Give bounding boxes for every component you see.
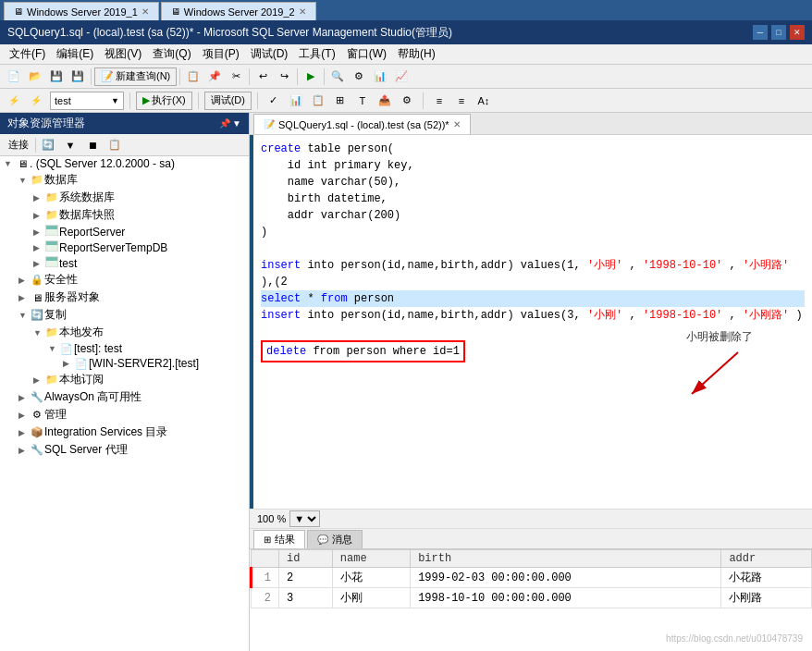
- tree-item-reportserver[interactable]: ▶ ReportServer: [0, 224, 249, 240]
- snapshot-expand[interactable]: ▶: [33, 211, 44, 220]
- execute-btn[interactable]: ▶ 执行(X): [136, 92, 192, 110]
- menu-project[interactable]: 项目(P): [197, 44, 245, 64]
- code-line-9-selected: select * from person: [261, 290, 805, 307]
- new-query-btn[interactable]: 📝 新建查询(N): [94, 68, 177, 86]
- results-btn[interactable]: 📋: [308, 92, 328, 110]
- save-btn[interactable]: 💾: [46, 68, 67, 86]
- extra-btn1[interactable]: 🔍: [327, 68, 348, 86]
- rs-expand[interactable]: ▶: [33, 227, 44, 237]
- copy-btn[interactable]: 📋: [183, 68, 203, 86]
- server-expand[interactable]: ▼: [4, 159, 15, 168]
- zoom-select[interactable]: ▼: [289, 510, 320, 527]
- save-all-btn[interactable]: 💾: [68, 68, 88, 86]
- tree-item-test-pub[interactable]: ▼ 📄 [test]: test: [0, 341, 249, 356]
- redo-btn[interactable]: ↪: [274, 68, 294, 86]
- settings-btn[interactable]: ⚙: [397, 92, 417, 110]
- extra-icon1[interactable]: ⚡: [4, 92, 24, 110]
- maximize-btn[interactable]: □: [771, 25, 786, 40]
- pin-icon[interactable]: 📌: [219, 118, 230, 129]
- run-btn[interactable]: ▶: [301, 68, 321, 86]
- debug-btn[interactable]: 调试(D): [204, 92, 252, 110]
- align-left-btn[interactable]: ≡: [429, 92, 449, 110]
- tree-item-test[interactable]: ▶ test: [0, 255, 249, 271]
- tab-server1[interactable]: 🖥 Windows Server 2019_1 ✕: [4, 2, 159, 20]
- file-out-btn[interactable]: 📤: [375, 92, 395, 110]
- menu-view[interactable]: 视图(V): [99, 44, 147, 64]
- db-dropdown[interactable]: test ▼: [50, 92, 124, 110]
- indent-btn[interactable]: A↕: [474, 92, 494, 110]
- kw-insert1: insert: [261, 259, 301, 272]
- rtmp-expand[interactable]: ▶: [33, 243, 44, 252]
- test-expand[interactable]: ▶: [33, 259, 44, 268]
- menu-tools[interactable]: 工具(T): [293, 44, 340, 64]
- open-btn[interactable]: 📂: [25, 68, 45, 86]
- lsub-expand[interactable]: ▶: [33, 375, 44, 385]
- results-tab-results[interactable]: ⊞ 结果: [253, 530, 305, 548]
- tree-item-mgmt[interactable]: ▶ ⚙ 管理: [0, 406, 249, 424]
- refresh-btn[interactable]: 🔄: [38, 136, 58, 154]
- tree-item-server[interactable]: ▼ 🖥 . (SQL Server 12.0.2000 - sa): [0, 156, 249, 171]
- tree-item-local-pub[interactable]: ▼ 📁 本地发布: [0, 324, 249, 341]
- zoom-bar: 100 % ▼: [250, 509, 812, 529]
- lpub-expand[interactable]: ▼: [33, 328, 44, 338]
- menu-debug[interactable]: 调试(D): [245, 44, 294, 64]
- stop-btn[interactable]: ⏹: [82, 136, 103, 154]
- extra-btn2[interactable]: ⚙: [349, 68, 369, 86]
- mgmt-expand[interactable]: ▶: [18, 411, 30, 420]
- code-editor[interactable]: create table person( id int primary key,…: [250, 135, 812, 509]
- menu-window[interactable]: 窗口(W): [341, 44, 392, 64]
- minimize-btn[interactable]: ─: [753, 25, 768, 40]
- properties-btn[interactable]: 📋: [105, 136, 125, 154]
- menu-edit[interactable]: 编辑(E): [51, 44, 99, 64]
- tree-item-reporttmp[interactable]: ▶ ReportServerTempDB: [0, 240, 249, 255]
- undo-btn[interactable]: ↩: [252, 68, 273, 86]
- tree-item-sysdb[interactable]: ▶ 📁 系统数据库: [0, 189, 249, 206]
- sec-expand[interactable]: ▶: [18, 276, 30, 285]
- results-tab-messages[interactable]: 💬 消息: [307, 530, 363, 548]
- query-tab-close-btn[interactable]: ✕: [453, 119, 461, 129]
- agent-expand[interactable]: ▶: [18, 446, 30, 455]
- db-expand[interactable]: ▼: [18, 176, 30, 185]
- text-btn[interactable]: T: [352, 92, 373, 110]
- tree-item-local-sub[interactable]: ▶ 📁 本地订阅: [0, 371, 249, 388]
- menu-help[interactable]: 帮助(H): [392, 44, 441, 64]
- tree-item-security[interactable]: ▶ 🔒 安全性: [0, 271, 249, 289]
- query-panel: 📝 SQLQuery1.sql - (local).test (sa (52))…: [250, 113, 812, 651]
- extra-btn4[interactable]: 📈: [391, 68, 412, 86]
- sobj-expand[interactable]: ▶: [18, 293, 30, 302]
- grid-btn[interactable]: ⊞: [330, 92, 351, 110]
- menu-query[interactable]: 查询(Q): [147, 44, 196, 64]
- tab-server2[interactable]: 🖥 Windows Server 2019_2 ✕: [161, 2, 316, 20]
- tab1-close[interactable]: ✕: [141, 6, 149, 17]
- paste-btn[interactable]: 📌: [204, 68, 225, 86]
- tree-item-integration[interactable]: ▶ 📦 Integration Services 目录: [0, 424, 249, 441]
- connect-label[interactable]: 连接: [4, 136, 33, 154]
- ws2-expand[interactable]: ▶: [63, 359, 74, 368]
- extra-btn3[interactable]: 📊: [370, 68, 390, 86]
- cut-btn[interactable]: ✂: [226, 68, 246, 86]
- tree-item-replication[interactable]: ▼ 🔄 复制: [0, 306, 249, 324]
- rep-expand[interactable]: ▼: [18, 311, 30, 320]
- tpub-expand[interactable]: ▼: [48, 344, 59, 353]
- tree-item-agent[interactable]: ▶ 🔧 SQL Server 代理: [0, 441, 249, 459]
- tree-item-databases[interactable]: ▼ 📁 数据库: [0, 171, 249, 189]
- parse-btn[interactable]: ✓: [264, 92, 284, 110]
- tree-item-serverobj[interactable]: ▶ 🖥 服务器对象: [0, 289, 249, 306]
- menu-file[interactable]: 文件(F): [4, 44, 51, 64]
- new-btn[interactable]: 📄: [4, 68, 24, 86]
- ao-expand[interactable]: ▶: [18, 393, 30, 402]
- tree-item-alwayson[interactable]: ▶ 🔧 AlwaysOn 高可用性: [0, 388, 249, 406]
- query-tab-active[interactable]: 📝 SQLQuery1.sql - (local).test (sa (52))…: [253, 114, 471, 134]
- align-right-btn[interactable]: ≡: [451, 92, 472, 110]
- float-icon[interactable]: ▼: [232, 118, 241, 129]
- include-btn[interactable]: 📊: [286, 92, 306, 110]
- tree-item-win-server2[interactable]: ▶ 📄 [WIN-SERVER2].[test]: [0, 356, 249, 371]
- sysdb-expand[interactable]: ▶: [33, 193, 44, 203]
- tree-item-snapshot[interactable]: ▶ 📁 数据库快照: [0, 206, 249, 224]
- close-btn[interactable]: ✕: [790, 25, 805, 40]
- tab2-close[interactable]: ✕: [299, 6, 306, 17]
- is-expand[interactable]: ▶: [18, 428, 30, 437]
- filter-btn[interactable]: ▼: [60, 136, 80, 154]
- extra-icon2[interactable]: ⚡: [26, 92, 46, 110]
- code-comma3: ,: [629, 309, 635, 322]
